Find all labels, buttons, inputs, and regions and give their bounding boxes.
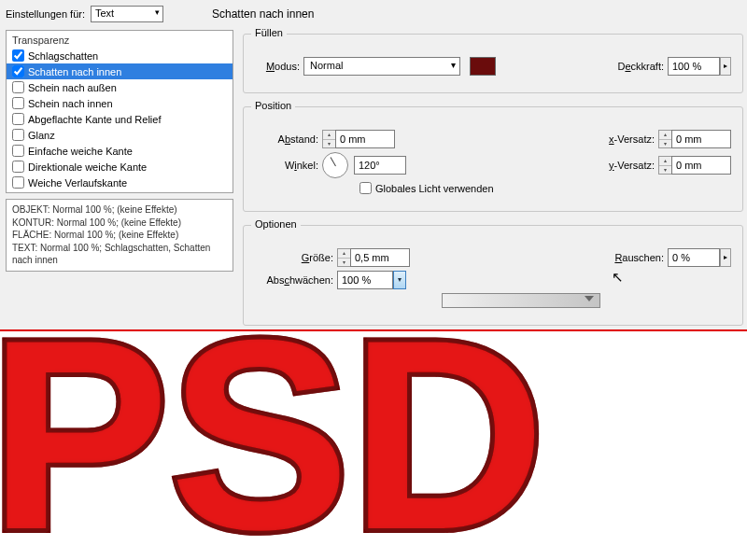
effect-checkbox[interactable] xyxy=(12,49,24,62)
opacity-input[interactable] xyxy=(668,57,720,76)
mode-select[interactable]: Normal xyxy=(303,57,460,76)
effect-item[interactable]: Direktionale weiche Kante xyxy=(7,159,233,175)
yoffset-spinner[interactable]: ▴▾ xyxy=(658,156,671,175)
effect-item[interactable]: Glanz xyxy=(7,127,233,143)
global-light-label: Globales Licht verwenden xyxy=(375,183,494,194)
effect-checkbox[interactable] xyxy=(12,129,24,141)
effect-checkbox[interactable] xyxy=(12,113,24,125)
yoffset-input[interactable] xyxy=(671,156,731,175)
effect-checkbox[interactable] xyxy=(12,145,24,157)
effect-label: Einfache weiche Kante xyxy=(28,146,133,157)
effect-item[interactable]: Schlagschatten xyxy=(7,48,233,63)
preview-text: PSD xyxy=(0,333,545,560)
effect-checkbox[interactable] xyxy=(12,176,24,189)
effects-list[interactable]: Transparenz SchlagschattenSchatten nach … xyxy=(6,30,233,193)
global-light-checkbox[interactable] xyxy=(359,182,372,194)
angle-dial[interactable] xyxy=(322,152,348,178)
position-group: Position Abstand: ▴▾ x-Versatz: ▴▾ Winke… xyxy=(243,106,743,212)
effect-label: Schlagschatten xyxy=(28,50,98,62)
effects-summary: OBJEKT: Normal 100 %; (keine Effekte) KO… xyxy=(6,199,233,272)
effect-item[interactable]: Schein nach innen xyxy=(7,95,233,111)
settings-for-select[interactable]: Text xyxy=(91,6,163,22)
effect-checkbox[interactable] xyxy=(12,65,24,77)
effect-item[interactable]: Weiche Verlaufskante xyxy=(7,175,233,190)
angle-label: Winkel: xyxy=(255,160,322,171)
size-input[interactable] xyxy=(350,248,410,267)
effect-checkbox[interactable] xyxy=(12,161,24,173)
document-preview: PSD xyxy=(0,333,747,560)
effect-label: Direktionale weiche Kante xyxy=(28,161,147,173)
effect-item[interactable]: Einfache weiche Kante xyxy=(7,143,233,159)
effect-checkbox[interactable] xyxy=(12,81,24,93)
contour-gradient[interactable] xyxy=(442,293,600,308)
xoffset-label: x-Versatz: xyxy=(609,133,658,145)
fill-group: Füllen Modus: Normal Deckkraft: ▸ xyxy=(243,34,743,93)
panel-title: Schatten nach innen xyxy=(212,7,314,21)
effect-label: Schatten nach innen xyxy=(28,66,121,77)
angle-input[interactable] xyxy=(354,156,406,175)
effect-label: Abgeflachte Kante und Relief xyxy=(28,114,162,125)
opacity-menu-icon[interactable]: ▸ xyxy=(720,57,731,76)
effect-item[interactable]: Abgeflachte Kante und Relief xyxy=(7,111,233,127)
effect-label: Schein nach außen xyxy=(28,82,117,93)
mode-label: Modus: xyxy=(255,61,303,72)
choke-label: Abschwächen: xyxy=(255,274,337,286)
distance-spinner[interactable]: ▴▾ xyxy=(322,130,335,148)
distance-label: Abstand: xyxy=(255,133,322,145)
effects-dialog: Einstellungen für: Text Schatten nach in… xyxy=(0,0,747,331)
choke-input[interactable] xyxy=(337,271,393,289)
effect-item[interactable]: Schatten nach innen xyxy=(7,63,233,79)
noise-menu-icon[interactable]: ▸ xyxy=(720,248,731,267)
noise-label: Rauschen: xyxy=(614,252,668,263)
color-swatch[interactable] xyxy=(470,57,496,76)
size-spinner[interactable]: ▴▾ xyxy=(337,248,350,267)
noise-input[interactable] xyxy=(668,248,720,267)
effect-label: Weiche Verlaufskante xyxy=(28,177,127,189)
yoffset-label: y-Versatz: xyxy=(609,160,658,171)
size-label: Größe: xyxy=(255,252,337,263)
xoffset-spinner[interactable]: ▴▾ xyxy=(658,130,671,148)
effect-checkbox[interactable] xyxy=(12,97,24,109)
effect-item[interactable]: Schein nach außen xyxy=(7,79,233,95)
settings-for-label: Einstellungen für: xyxy=(6,8,85,20)
distance-input[interactable] xyxy=(335,130,395,148)
opacity-label: Deckkraft: xyxy=(617,61,668,72)
effect-label: Glanz xyxy=(28,130,55,141)
effect-label: Schein nach innen xyxy=(28,98,113,109)
options-group: Optionen Größe: ▴▾ Rauschen: ▸ Abschwäch… xyxy=(243,225,743,326)
xoffset-input[interactable] xyxy=(671,130,731,148)
effects-list-header: Transparenz xyxy=(7,33,233,48)
choke-dropdown-icon[interactable]: ▾ xyxy=(393,271,406,289)
